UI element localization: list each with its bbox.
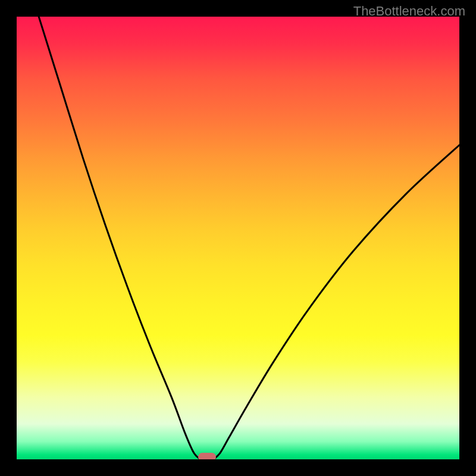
plot-area bbox=[17, 17, 459, 459]
watermark-text: TheBottleneck.com bbox=[353, 4, 465, 19]
bottleneck-curve bbox=[17, 17, 459, 459]
minimum-marker bbox=[198, 453, 216, 459]
